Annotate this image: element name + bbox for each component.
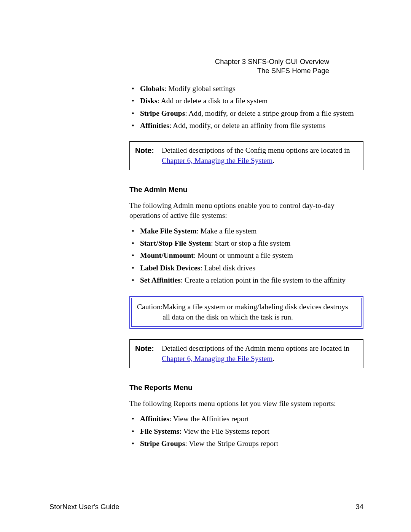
list-item: Start/Stop File System: Start or stop a … xyxy=(129,238,363,248)
caution-label: Caution: xyxy=(137,302,162,323)
list-item: File Systems: View the File Systems repo… xyxy=(129,427,363,436)
term: Affinities xyxy=(140,121,169,129)
term: Set Affinities xyxy=(140,276,181,284)
note-before: Detailed descriptions of the Config menu… xyxy=(162,146,350,154)
running-header: Chapter 3 SNFS-Only GUI Overview The SNF… xyxy=(215,57,329,75)
admin-intro: The following Admin menu options enable … xyxy=(129,201,363,221)
list-item: Make File System: Make a file system xyxy=(129,226,363,236)
reports-menu-list: Affinities: View the Affinities report F… xyxy=(129,414,363,449)
document-page: Chapter 3 SNFS-Only GUI Overview The SNF… xyxy=(0,0,411,532)
desc: : Start or stop a file system xyxy=(211,239,290,247)
note-before: Detailed descriptions of the Admin menu … xyxy=(162,344,349,352)
note-label: Note: xyxy=(135,145,162,166)
page-footer: StorNext User's Guide 34 xyxy=(49,503,363,511)
desc: : Add, modify, or delete a stripe group … xyxy=(185,109,354,117)
term: Stripe Groups xyxy=(140,109,185,117)
list-item: Affinities: Add, modify, or delete an af… xyxy=(129,121,363,131)
desc: : Add or delete a disk to a file system xyxy=(158,97,268,105)
xref-link[interactable]: Chapter 6, Managing the File System xyxy=(162,157,272,165)
desc: : Modify global settings xyxy=(164,85,236,93)
chapter-line: Chapter 3 SNFS-Only GUI Overview xyxy=(215,57,329,66)
desc: : Add, modify, or delete an affinity fro… xyxy=(169,121,326,129)
reports-intro: The following Reports menu options let y… xyxy=(129,399,363,409)
desc: : Make a file system xyxy=(196,227,256,235)
term: Start/Stop File System xyxy=(140,239,211,247)
list-item: Globals: Modify global settings xyxy=(129,84,363,94)
section-line: The SNFS Home Page xyxy=(215,66,329,75)
term: Disks xyxy=(140,97,158,105)
list-item: Disks: Add or delete a disk to a file sy… xyxy=(129,96,363,106)
list-item: Set Affinities: Create a relation point … xyxy=(129,275,363,285)
body-content: Globals: Modify global settings Disks: A… xyxy=(129,84,363,449)
term: Globals xyxy=(140,85,164,93)
note-after: . xyxy=(272,355,274,363)
note-text: Detailed descriptions of the Config menu… xyxy=(162,145,358,166)
page-number: 34 xyxy=(355,503,363,511)
desc: : Mount or unmount a file system xyxy=(194,251,293,259)
term: Stripe Groups xyxy=(140,439,185,447)
term: Make File System xyxy=(140,227,196,235)
desc: : View the Stripe Groups report xyxy=(185,439,278,447)
note-label: Note: xyxy=(135,343,162,364)
term: Label Disk Devices xyxy=(140,264,200,272)
config-menu-list: Globals: Modify global settings Disks: A… xyxy=(129,84,363,131)
list-item: Stripe Groups: View the Stripe Groups re… xyxy=(129,439,363,449)
note-box: Note: Detailed descriptions of the Admin… xyxy=(129,339,363,368)
xref-link[interactable]: Chapter 6, Managing the File System xyxy=(162,355,272,363)
list-item: Stripe Groups: Add, modify, or delete a … xyxy=(129,109,363,118)
term: File Systems xyxy=(140,427,179,435)
caution-text: Making a file system or making/labeling … xyxy=(162,302,356,323)
admin-menu-list: Make File System: Make a file system Sta… xyxy=(129,226,363,286)
footer-left: StorNext User's Guide xyxy=(49,503,119,511)
list-item: Mount/Unmount: Mount or unmount a file s… xyxy=(129,251,363,260)
term: Affinities xyxy=(140,415,169,423)
list-item: Affinities: View the Affinities report xyxy=(129,414,363,424)
note-after: . xyxy=(272,157,274,165)
caution-box: Caution: Making a file system or making/… xyxy=(129,296,363,329)
reports-heading: The Reports Menu xyxy=(129,383,363,392)
term: Mount/Unmount xyxy=(140,251,194,259)
desc: : Label disk drives xyxy=(200,264,255,272)
desc: : View the File Systems report xyxy=(179,427,269,435)
list-item: Label Disk Devices: Label disk drives xyxy=(129,263,363,273)
desc: : View the Affinities report xyxy=(169,415,249,423)
desc: : Create a relation point in the file sy… xyxy=(181,276,346,284)
admin-heading: The Admin Menu xyxy=(129,185,363,194)
note-box: Note: Detailed descriptions of the Confi… xyxy=(129,141,363,170)
note-text: Detailed descriptions of the Admin menu … xyxy=(162,343,358,364)
